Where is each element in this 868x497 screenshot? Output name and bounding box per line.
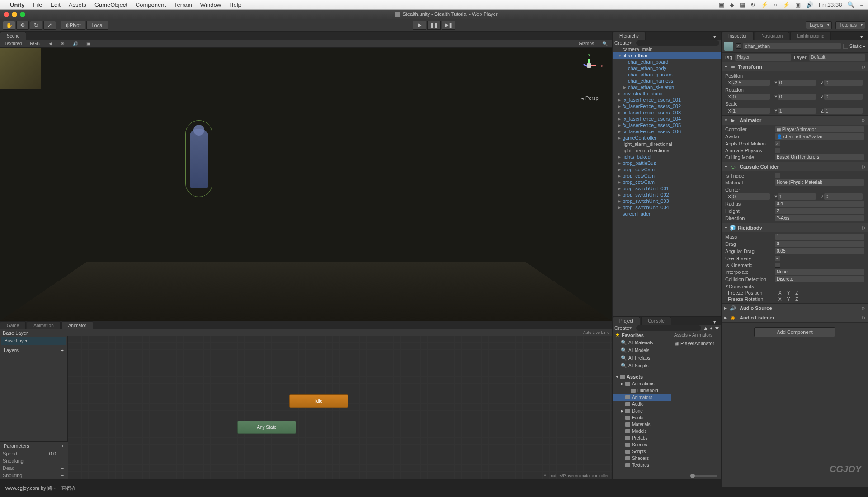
layout-dropdown[interactable]: Tutorials [835,21,865,29]
mass-field[interactable]: 1 [775,234,864,240]
favorite-item[interactable]: 🔍All Scripts [613,362,671,370]
menu-window[interactable]: Window [200,1,221,8]
hierarchy-item[interactable]: ▶prop_switchUnit_004 [613,204,721,211]
param-row[interactable]: Speed0.0− [0,450,68,457]
height-field[interactable]: 2 [775,208,864,214]
pos-x[interactable]: -2.5 [731,80,770,86]
cen-x[interactable]: 0 [731,193,770,200]
controller-field[interactable]: ▦ PlayerAnimator [775,126,864,132]
status-icon-1[interactable]: ▣ [719,1,724,8]
direction-dropdown[interactable]: Y-Axis [775,215,864,221]
status-icon-3[interactable]: ▦ [740,1,745,8]
state-any[interactable]: Any State [237,421,296,434]
hierarchy-item[interactable]: light_alarm_directional [613,141,721,147]
project-zoom-slider[interactable] [690,475,717,477]
navigation-tab[interactable]: Navigation [755,32,789,40]
project-breadcrumb[interactable]: Assets ▸ Animators [671,331,721,339]
hierarchy-item[interactable]: ▶prop_switchUnit_002 [613,192,721,198]
hierarchy-item[interactable]: ▶prop_switchUnit_003 [613,198,721,204]
hierarchy-list[interactable]: camera_main▼char_ethanchar_ethan_boardch… [613,46,721,316]
sync-icon[interactable]: ↻ [750,1,755,8]
gameobject-icon[interactable] [724,42,733,51]
hierarchy-item[interactable]: ▶fx_laserFence_lasers_001 [613,97,721,103]
hierarchy-item[interactable]: ▶prop_cctvCam [613,166,721,173]
param-row[interactable]: Sneaking− [0,457,68,464]
scene-2d-toggle[interactable]: ◄ [45,41,55,46]
pos-z[interactable]: 0 [824,80,863,86]
folder-item[interactable]: Shaders [613,455,671,462]
gear-icon[interactable]: ⚙ [861,225,865,230]
hierarchy-item[interactable]: ▶fx_laserFence_lasers_002 [613,103,721,109]
scene-audio-toggle[interactable]: 🔊 [70,41,81,46]
pivot-toggle[interactable]: ◐ Pivot [61,21,85,30]
zoom-window-button[interactable] [20,12,25,17]
menu-terrain[interactable]: Terrain [174,1,192,8]
hierarchy-item[interactable]: ▶prop_battleBus [613,160,721,166]
scene-viewport[interactable]: y x ◄ Persp [0,48,612,321]
folder-item[interactable]: Animators [613,394,671,401]
render-mode[interactable]: RGB [27,41,42,46]
display-icon[interactable]: ▣ [795,1,801,8]
scene-search[interactable]: 🔍 [599,41,610,46]
move-tool-button[interactable]: ✥ [16,21,29,30]
animate-physics-checkbox[interactable] [775,148,780,153]
gear-icon[interactable]: ⚙ [861,164,865,169]
pos-y[interactable]: 0 [778,80,816,86]
interpolate-dropdown[interactable]: None [775,269,864,275]
layer-dropdown[interactable]: Default [809,54,865,61]
favorites-header[interactable]: ★Favorites [613,331,671,339]
scene-tab[interactable]: Scene [0,32,26,40]
folder-item[interactable]: Humanoid [613,387,671,394]
menu-extras-icon[interactable]: ≡ [860,1,863,8]
transform-header[interactable]: ▼⬌ Transform ⚙ [722,62,868,71]
hierarchy-create[interactable]: Create [614,40,629,46]
assets-header[interactable]: ▼Assets [613,373,671,380]
culling-dropdown[interactable]: Based On Renderers [775,154,864,160]
folder-item[interactable]: Prefabs [613,435,671,441]
search-filter-icon2[interactable]: ● [710,325,713,331]
hierarchy-item[interactable]: char_ethan_harness [613,78,721,84]
hierarchy-item[interactable]: ▶char_ethan_skeleton [613,84,721,90]
gameobject-active-checkbox[interactable]: ✓ [736,43,741,49]
capsule-header[interactable]: ▼⬭ Capsule Collider ⚙ [722,162,868,171]
hierarchy-item[interactable]: ▶fx_laserFence_lasers_006 [613,128,721,135]
volume-icon[interactable]: 🔊 [806,1,813,8]
hierarchy-item[interactable]: ▶fx_laserFence_lasers_005 [613,122,721,128]
bluetooth-icon[interactable]: ⚡ [761,1,768,8]
inspector-tab[interactable]: Inspector [722,32,754,40]
scl-x[interactable]: 1 [731,108,770,114]
is-kinematic-checkbox[interactable] [775,263,780,268]
folder-item[interactable]: Scenes [613,441,671,448]
cen-y[interactable]: 1 [778,193,816,200]
favorite-item[interactable]: 🔍All Materials [613,339,671,347]
hierarchy-item[interactable]: char_ethan_glasses [613,71,721,78]
folder-item[interactable]: Materials [613,421,671,428]
project-search[interactable] [636,325,701,331]
project-tree[interactable]: ★Favorites🔍All Materials🔍All Models🔍All … [613,331,671,472]
hierarchy-tab[interactable]: Hierarchy [613,32,646,40]
animation-tab[interactable]: Animation [27,321,60,329]
state-idle[interactable]: Idle [289,394,348,408]
hierarchy-item[interactable]: ▶gameController [613,135,721,141]
favorite-item[interactable]: 🔍All Models [613,347,671,354]
project-tab[interactable]: Project [613,317,640,325]
hierarchy-item[interactable]: ▶lights_baked [613,154,721,160]
clock[interactable]: Fri 13:38 [819,1,842,8]
tag-dropdown[interactable]: Player [735,54,791,61]
search-filter-icon[interactable]: ▲ [703,325,708,331]
step-button[interactable]: ▶❚ [442,21,455,30]
status-icon-2[interactable]: ◆ [730,1,734,8]
hierarchy-item[interactable]: char_ethan_body [613,65,721,71]
animator-comp-header[interactable]: ▼▶ Animator ⚙ [722,116,868,125]
minimize-window-button[interactable] [12,12,17,17]
folder-item[interactable]: Fonts [613,414,671,421]
menu-gameobject[interactable]: GameObject [94,1,127,8]
hierarchy-item[interactable]: ▶prop_cctvCam [613,173,721,179]
audio-listener-header[interactable]: ▶◉ Audio Listener ⚙ [722,313,868,322]
angdrag-field[interactable]: 0.05 [775,248,864,254]
gear-icon[interactable]: ⚙ [861,118,865,123]
rot-x[interactable]: 0 [731,94,770,100]
scene-character[interactable] [181,120,217,202]
radius-field[interactable]: 0.4 [775,201,864,207]
gear-icon[interactable]: ⚙ [861,65,865,70]
